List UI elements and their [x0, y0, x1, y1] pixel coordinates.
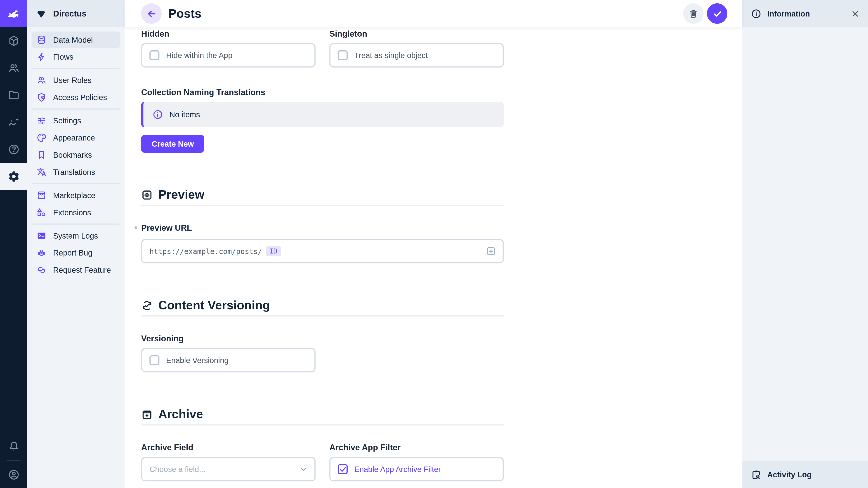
- archive-fields-row: Archive Field Choose a field... Archive …: [141, 443, 504, 481]
- add-field-icon[interactable]: [486, 246, 497, 257]
- preview-eye-icon: [141, 189, 153, 200]
- section-title: Content Versioning: [158, 298, 270, 313]
- directus-logo[interactable]: [0, 0, 27, 27]
- archive-filter-checkbox-field[interactable]: Enable App Archive Filter: [329, 457, 504, 482]
- nav-item-extensions[interactable]: Extensions: [32, 204, 120, 221]
- shapes-icon: [37, 207, 46, 217]
- notifications-button[interactable]: [0, 433, 27, 460]
- archive-field-select[interactable]: Choose a field...: [141, 457, 315, 482]
- main-area: Posts Hidden: [125, 0, 742, 488]
- settings-form: Hidden Hide within the App Singleton Tre…: [125, 27, 742, 488]
- nav-item-translations[interactable]: Translations: [32, 164, 120, 180]
- field-label: Archive App Filter: [329, 443, 504, 453]
- section-archive: Archive: [141, 408, 504, 425]
- info-icon: [751, 8, 762, 19]
- nav-item-flows[interactable]: Flows: [32, 49, 120, 65]
- arrow-left-icon: [146, 8, 157, 19]
- nav-item-label: System Logs: [53, 231, 98, 240]
- nav-item-system-logs[interactable]: System Logs: [32, 228, 120, 244]
- singleton-checkbox-field[interactable]: Treat as single object: [329, 43, 504, 68]
- nav-item-label: Flows: [53, 53, 73, 61]
- people-icon: [7, 62, 20, 74]
- nav-item-label: User Roles: [53, 76, 92, 85]
- bookmark-icon: [37, 150, 46, 160]
- section-title: Preview: [158, 188, 204, 202]
- project-status-icon: [35, 8, 47, 19]
- module-files[interactable]: [0, 81, 27, 108]
- account-circle-icon: [7, 468, 20, 481]
- activity-log-button[interactable]: Activity Log: [742, 461, 868, 488]
- field-label: Versioning: [141, 334, 504, 344]
- nav-item-data-model[interactable]: Data Model: [32, 32, 120, 48]
- trash-icon: [688, 8, 699, 19]
- people-icon: [37, 75, 46, 85]
- select-placeholder: Choose a field...: [149, 465, 206, 474]
- nav-item-settings[interactable]: Settings: [32, 112, 120, 129]
- section-title: Archive: [158, 407, 203, 422]
- nav-item-user-roles[interactable]: User Roles: [32, 72, 120, 88]
- nav-item-label: Settings: [53, 116, 81, 125]
- storefront-icon: [37, 190, 46, 200]
- shield-lock-icon: [37, 92, 46, 102]
- field-singleton: Singleton Treat as single object: [329, 29, 504, 67]
- module-bar-bottom: [0, 433, 27, 488]
- check-icon: [712, 8, 723, 19]
- close-sidebar-button[interactable]: [850, 8, 860, 19]
- module-users[interactable]: [0, 54, 27, 81]
- nav-item-report-bug[interactable]: Report Bug: [32, 245, 120, 261]
- checkbox-label: Enable App Archive Filter: [354, 465, 441, 474]
- directus-settings-screen: Directus Data Model Flows User Roles Acc…: [0, 0, 868, 488]
- module-settings[interactable]: [0, 163, 27, 190]
- chevron-down-icon: [298, 464, 309, 475]
- create-new-button[interactable]: Create New: [141, 135, 204, 153]
- nav-divider: [32, 108, 120, 109]
- id-field-chip[interactable]: ID: [266, 246, 281, 256]
- section-header: Content Versioning: [141, 299, 504, 312]
- field-archive-field: Archive Field Choose a field...: [141, 443, 315, 481]
- versioning-checkbox-field[interactable]: Enable Versioning: [141, 348, 315, 372]
- nav-divider: [32, 183, 120, 184]
- section-header: Preview: [141, 188, 504, 201]
- nav-item-marketplace[interactable]: Marketplace: [32, 187, 120, 203]
- preview-url-input[interactable]: https://example.com/posts/ ID: [141, 239, 504, 263]
- account-button[interactable]: [0, 461, 27, 488]
- tune-icon: [37, 116, 46, 126]
- field-label: Archive Field: [141, 443, 315, 453]
- info-icon: [152, 109, 163, 120]
- field-hidden: Hidden Hide within the App: [141, 29, 315, 67]
- field-versioning: Versioning Enable Versioning: [141, 334, 504, 372]
- nav-item-bookmarks[interactable]: Bookmarks: [32, 147, 120, 163]
- field-label: Preview URL: [141, 223, 192, 233]
- section-divider: [141, 205, 504, 206]
- help-icon: [7, 143, 20, 155]
- nav-item-label: Appearance: [53, 133, 95, 142]
- section-content-versioning: Content Versioning: [141, 299, 504, 316]
- page-title: Posts: [168, 6, 202, 21]
- checkbox-label: Treat as single object: [354, 51, 428, 60]
- rabbit-logo-icon: [5, 5, 22, 22]
- nav-item-access-policies[interactable]: Access Policies: [32, 89, 120, 105]
- checkbox-checked-icon: [338, 464, 348, 474]
- project-header[interactable]: Directus: [27, 0, 125, 27]
- hidden-checkbox-field[interactable]: Hide within the App: [141, 43, 315, 68]
- bell-icon: [7, 440, 20, 452]
- insights-icon: [7, 116, 20, 128]
- section-preview: Preview: [141, 188, 504, 206]
- module-bar: [0, 0, 27, 488]
- field-label: Hidden: [141, 29, 315, 39]
- save-button[interactable]: [707, 3, 727, 24]
- info-sidebar-header: Information: [742, 0, 868, 27]
- activity-log-label: Activity Log: [767, 470, 811, 479]
- nav-item-request-feature[interactable]: Request Feature: [32, 262, 120, 278]
- delete-collection-button[interactable]: [683, 3, 704, 24]
- empty-state-text: No items: [169, 110, 200, 119]
- back-button[interactable]: [141, 3, 162, 24]
- nav-item-label: Report Bug: [53, 249, 92, 257]
- toggle-row: Hidden Hide within the App Singleton Tre…: [141, 29, 504, 67]
- module-help[interactable]: [0, 135, 27, 163]
- nav-item-appearance[interactable]: Appearance: [32, 129, 120, 146]
- module-content[interactable]: [0, 27, 27, 54]
- module-insights[interactable]: [0, 108, 27, 135]
- info-sidebar: Information Activity Log: [742, 0, 868, 488]
- field-naming-translations: Collection Naming Translations No items …: [141, 88, 504, 153]
